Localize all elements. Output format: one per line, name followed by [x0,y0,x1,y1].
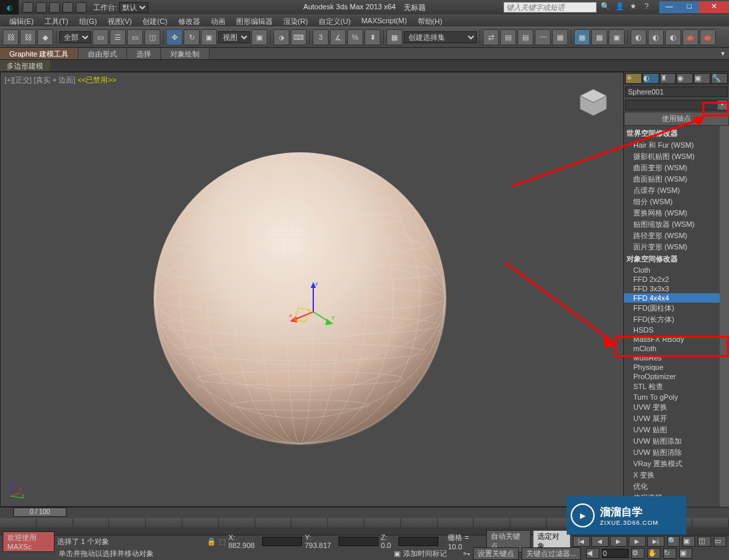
nav-zoomall-icon[interactable]: ▣ [682,536,695,547]
search-icon[interactable]: 🔍 [601,2,611,13]
modlist-item[interactable]: UVW 贴图添加 [624,436,720,447]
move-icon[interactable]: ✥ [166,29,182,45]
qat-redo-icon[interactable] [76,2,86,13]
select-region-icon[interactable]: ▭ [127,29,143,45]
time-handle[interactable]: 0 / 100 [13,507,67,517]
menu-tools[interactable]: 工具(T) [39,15,74,27]
menu-maxscript[interactable]: MAXScript(M) [356,15,412,27]
manip-icon[interactable]: ⬗ [273,29,289,45]
modlist-item[interactable]: UVW 贴图 [624,424,720,436]
render-frame-icon[interactable]: ▣ [609,29,625,45]
menu-render[interactable]: 渲染(R) [278,15,313,27]
modlist-item[interactable]: HSDS [624,325,720,335]
qat-open-icon[interactable] [36,2,47,13]
panel-motion-icon[interactable]: ◉ [676,73,693,84]
timetag-icon[interactable]: ▣ [394,549,400,558]
current-frame-input[interactable] [602,549,629,558]
coord-x-input[interactable] [262,537,302,546]
menu-group[interactable]: 组(G) [74,15,102,27]
material-icon[interactable]: ▦ [574,29,590,45]
nav-pan-icon[interactable]: ✋ [647,548,660,559]
signin-icon[interactable]: 👤 [615,2,626,13]
mirror-icon[interactable]: ⇄ [483,29,499,45]
viewcube[interactable] [577,86,610,119]
coord-y-input[interactable] [339,537,378,546]
qat-save-icon[interactable] [49,2,60,13]
panel-create-icon[interactable]: ☀ [625,73,642,84]
object-name-input[interactable] [625,86,728,97]
modlist-item[interactable]: 路径变形 (WSM) [624,230,720,241]
curve-editor-icon[interactable]: 〰 [535,29,551,45]
modlist-item[interactable]: Turn To gPoly [624,392,720,402]
render-setup-icon[interactable]: ▦ [591,29,607,45]
play-icon[interactable]: ▶ [610,536,627,547]
nav-orbit-icon[interactable]: ↻ [663,548,676,559]
favorite-icon[interactable]: ★ [630,2,641,13]
goto-start-icon[interactable]: |◀ [573,536,590,547]
help-icon[interactable]: ? [645,2,655,13]
qat-new-icon[interactable] [23,2,33,13]
refcoord-select[interactable]: 视图 [218,31,250,43]
select-name-icon[interactable]: ☰ [110,29,126,45]
menu-modifiers[interactable]: 修改器 [173,15,206,27]
tab-selection[interactable]: 选择 [127,48,161,59]
addtime-label[interactable]: 添加时间标记 [403,549,447,559]
menu-create[interactable]: 创建(C) [137,15,172,27]
modlist-item[interactable]: VRay 置换模式 [624,458,720,470]
menu-customize[interactable]: 自定义(U) [313,15,356,27]
scrollbar[interactable] [720,126,729,550]
tab-objectpaint[interactable]: 对象绘制 [161,48,210,59]
iso-icon[interactable]: ⬚ [219,537,225,546]
align-icon[interactable]: ▤ [500,29,516,45]
modlist-item[interactable]: 置换网格 (WSM) [624,208,720,219]
move-gizmo[interactable]: z x y [287,279,340,332]
snap-icon[interactable]: 3 [313,29,329,45]
menu-animation[interactable]: 动画 [206,15,231,27]
modlist-item[interactable]: Hair 和 Fur (WSM) [624,140,720,151]
render-prod-icon[interactable]: ◐ [631,29,647,45]
nav-region-icon[interactable]: ▭ [714,536,726,547]
menu-views[interactable]: 视图(V) [102,15,138,27]
modlist-item[interactable]: 曲面贴图 (WSM) [624,174,720,185]
nav-fov-icon[interactable]: ◫ [698,536,710,547]
modlist-item[interactable]: UVW 贴图清除 [624,447,720,458]
modlist-item[interactable]: FFD 2x2x2 [624,275,720,284]
keymode-icon[interactable]: ⌨ [291,29,307,45]
panel-display-icon[interactable]: ▣ [694,73,710,84]
coord-z-input[interactable] [398,537,438,546]
percent-snap-icon[interactable]: % [347,29,363,45]
next-frame-icon[interactable]: ▶ [629,536,646,547]
lock-icon[interactable]: 🔒 [207,537,216,546]
modlist-item[interactable]: FFD 3x3x3 [624,284,720,293]
teapot-icon[interactable]: 🫖 [682,29,698,45]
rotate-icon[interactable]: ↻ [184,29,200,45]
spinner-snap-icon[interactable]: ⬍ [364,29,380,45]
dropdown-arrow-icon[interactable]: ▼ [718,100,727,110]
modlist-item[interactable]: FFD(长方体) [624,314,720,325]
panel-hierarchy-icon[interactable]: ♜ [660,73,676,84]
modlist-item[interactable]: 摄影机贴图 (WSM) [624,151,720,162]
pivot-icon[interactable]: ▣ [251,29,267,45]
named-selset[interactable]: 创建选择集 [404,31,477,43]
editnamed-icon[interactable]: ▦ [386,29,402,45]
workspace-select[interactable]: 默认 [119,2,148,13]
modlist-item[interactable]: FFD 4x4x4 [624,293,720,303]
render-active-icon[interactable]: ◐ [665,29,681,45]
nav-zoom-icon[interactable]: 🔍 [667,536,680,547]
schematic-icon[interactable]: ▦ [552,29,568,45]
modlist-item[interactable]: Cloth [624,265,720,275]
link-icon[interactable]: ⛓ [3,29,19,45]
qat-undo-icon[interactable] [63,2,73,13]
panel-utilities-icon[interactable]: 🔧 [711,73,728,84]
goto-end-icon[interactable]: ▶| [647,536,664,547]
tab-freeform[interactable]: 自由形式 [78,48,127,59]
render-iter-icon[interactable]: ◐ [648,29,664,45]
modlist-item[interactable]: UVW 变换 [624,402,720,413]
layers-icon[interactable]: ▤ [517,29,533,45]
ribbon-pin-icon[interactable]: ▾ [717,48,729,59]
select-icon[interactable]: ▭ [92,29,108,45]
unlink-icon[interactable]: ⛓ [20,29,36,45]
modlist-item[interactable]: 曲面变形 (WSM) [624,162,720,174]
modlist-item[interactable]: 细分 (WSM) [624,196,720,208]
window-close[interactable]: ✕ [699,1,729,13]
